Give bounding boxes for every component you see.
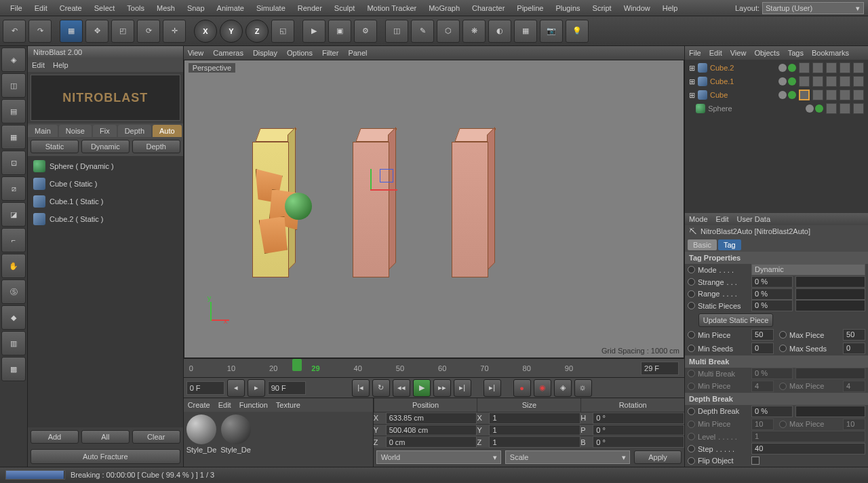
- keyframe-button[interactable]: ◈: [554, 379, 572, 397]
- static-button[interactable]: Static: [31, 140, 79, 153]
- coord-system-button[interactable]: ◱: [271, 20, 294, 43]
- tag-icon[interactable]: [853, 76, 864, 87]
- auto-fracture-button[interactable]: Auto Fracture: [31, 449, 180, 464]
- render-settings-button[interactable]: ⚙: [354, 20, 377, 43]
- menu-snap[interactable]: Snap: [181, 1, 211, 15]
- tag-icon[interactable]: [840, 103, 850, 114]
- rot-h-field[interactable]: 0 °: [593, 412, 684, 424]
- add-scene-button[interactable]: 💡: [566, 20, 589, 43]
- list-item[interactable]: Sphere ( Dynamic ): [29, 157, 182, 175]
- edge-mode-button[interactable]: ⧄: [1, 176, 26, 201]
- list-item[interactable]: Cube ( Static ): [29, 175, 182, 193]
- max-seeds-field[interactable]: 0: [843, 343, 865, 354]
- radio-icon[interactable]: [688, 302, 695, 309]
- goto-next-button[interactable]: ▸|: [484, 379, 501, 397]
- radio-icon[interactable]: [688, 408, 695, 415]
- menu-script[interactable]: Script: [587, 1, 618, 15]
- vp-menu-display[interactable]: Display: [253, 49, 277, 57]
- locked-wp-button[interactable]: ▥: [1, 331, 26, 355]
- menu-select[interactable]: Select: [88, 1, 121, 15]
- depth-break-field[interactable]: 0 %: [751, 406, 793, 417]
- pos-x-field[interactable]: 633.85 cm: [386, 412, 477, 424]
- playhead[interactable]: [292, 359, 302, 371]
- radio-icon[interactable]: [688, 278, 695, 286]
- tab-fix[interactable]: Fix: [93, 125, 117, 137]
- tag-icon[interactable]: [853, 103, 864, 114]
- step-fwd-button[interactable]: ▸▸: [433, 379, 451, 397]
- vp-menu-panel[interactable]: Panel: [348, 49, 367, 57]
- add-spline-button[interactable]: ✎: [411, 20, 434, 43]
- om-row[interactable]: ⊞ Cube.1: [686, 75, 867, 88]
- goto-start-button[interactable]: |◂: [352, 379, 370, 397]
- om-row[interactable]: Sphere: [686, 102, 867, 115]
- mat-menu-texture[interactable]: Texture: [276, 401, 300, 409]
- cube-object-2[interactable]: [353, 128, 395, 277]
- y-axis-button[interactable]: Y: [220, 20, 243, 43]
- om-menu-view[interactable]: View: [730, 49, 747, 57]
- attr-menu-edit[interactable]: Edit: [716, 215, 729, 223]
- vp-menu-filter[interactable]: Filter: [322, 49, 338, 57]
- tag-icon[interactable]: [826, 62, 837, 73]
- all-button[interactable]: All: [81, 430, 130, 444]
- menu-mesh[interactable]: Mesh: [151, 1, 181, 15]
- next-key-button[interactable]: ▸: [248, 379, 265, 397]
- om-menu-tags[interactable]: Tags: [788, 49, 804, 57]
- size-x-field[interactable]: 1: [489, 412, 580, 424]
- planar-wp-button[interactable]: ▩: [1, 357, 26, 381]
- rotate-tool-button[interactable]: ⟳: [137, 20, 160, 43]
- tag-icon[interactable]: [812, 76, 823, 87]
- tag-icon[interactable]: [840, 90, 850, 100]
- list-item[interactable]: Cube.1 ( Static ): [29, 193, 182, 210]
- static-pieces-field[interactable]: 0 %: [751, 300, 793, 311]
- tab-noise[interactable]: Noise: [59, 125, 92, 137]
- list-item[interactable]: Cube.2 ( Static ): [29, 210, 182, 228]
- min-seeds-field[interactable]: 0: [751, 343, 774, 354]
- dynamic-button[interactable]: Dynamic: [81, 140, 130, 153]
- mat-menu-function[interactable]: Function: [239, 401, 268, 409]
- radio-icon[interactable]: [688, 331, 695, 339]
- flip-checkbox[interactable]: [751, 457, 760, 465]
- render-pv-button[interactable]: ▣: [328, 20, 351, 43]
- prev-key-button[interactable]: ◂: [227, 379, 245, 397]
- menu-tools[interactable]: Tools: [121, 1, 151, 15]
- nitro-titlebar[interactable]: NitroBlast 2.00: [28, 46, 183, 58]
- menu-help[interactable]: Help: [656, 1, 684, 15]
- menu-character[interactable]: Character: [466, 1, 511, 15]
- radio-icon[interactable]: [779, 345, 787, 352]
- start-frame-field[interactable]: 0 F: [186, 381, 224, 395]
- add-cube-button[interactable]: ◫: [385, 20, 408, 43]
- mat-menu-create[interactable]: Create: [188, 401, 210, 409]
- om-menu-objects[interactable]: Objects: [754, 49, 779, 57]
- perspective-viewport[interactable]: Perspective Grid Spacing : 1000 cm: [184, 60, 684, 358]
- add-environment-button[interactable]: ◐: [488, 20, 511, 43]
- z-axis-button[interactable]: Z: [245, 20, 269, 43]
- menu-sculpt[interactable]: Sculpt: [328, 1, 361, 15]
- add-button[interactable]: Add: [31, 430, 79, 444]
- attr-tab-tag[interactable]: Tag: [718, 239, 741, 250]
- strange-slider[interactable]: [795, 276, 865, 288]
- workplane-button[interactable]: ▦: [1, 125, 26, 149]
- menu-animate[interactable]: Animate: [211, 1, 250, 15]
- strange-field[interactable]: 0 %: [751, 276, 793, 288]
- make-editable-button[interactable]: ◈: [1, 47, 26, 72]
- mode-dropdown[interactable]: Dynamic: [751, 264, 865, 275]
- om-row[interactable]: ⊞ Cube.2: [686, 61, 867, 75]
- axis-mode-button[interactable]: ⌐: [1, 228, 26, 252]
- menu-motion-tracker[interactable]: Motion Tracker: [361, 1, 422, 15]
- depth-button[interactable]: Depth: [132, 140, 180, 153]
- attr-tab-basic[interactable]: Basic: [688, 239, 717, 250]
- viewport-solo-button[interactable]: ◆: [1, 305, 26, 330]
- menu-create[interactable]: Create: [54, 1, 88, 15]
- om-menu-bookmarks[interactable]: Bookmarks: [812, 49, 849, 57]
- radio-icon[interactable]: [688, 345, 695, 352]
- scale-dropdown[interactable]: Scale: [505, 450, 630, 464]
- tab-depth[interactable]: Depth: [118, 125, 151, 137]
- sphere-object[interactable]: [285, 193, 312, 220]
- om-menu-file[interactable]: File: [689, 49, 701, 57]
- rot-b-field[interactable]: 0 °: [593, 436, 684, 448]
- tweak-button[interactable]: ✋: [1, 254, 26, 278]
- clear-button[interactable]: Clear: [132, 430, 180, 444]
- tag-icon[interactable]: [826, 76, 837, 87]
- range-slider[interactable]: [795, 288, 865, 300]
- tag-icon[interactable]: [853, 90, 864, 100]
